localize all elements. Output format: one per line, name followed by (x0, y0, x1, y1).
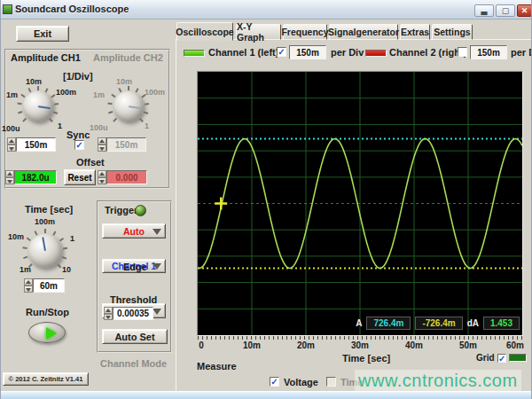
knob-scale-label: 100m (145, 88, 165, 97)
amplitude-ch2-title: Amplitude CH2 (93, 52, 163, 63)
offset-ch1-spinner[interactable] (5, 170, 14, 184)
trigger-title: Trigger (105, 205, 137, 215)
copyright-bar: © 2012 C. Zeitnitz V1.41 (3, 372, 89, 386)
per-div-unit-label: [1/Div] (63, 71, 93, 82)
close-button[interactable]: ✕ (517, 4, 532, 17)
tab-settings[interactable]: Settings (432, 24, 473, 40)
knob-scale-label: 1 (58, 121, 62, 130)
edge-label: Edge (123, 262, 147, 272)
per-div-label: per Div (511, 47, 532, 58)
knob-scale-label: 10m (8, 232, 24, 241)
tab-extras[interactable]: Extras (400, 24, 430, 40)
amplitude-ch1-spinner[interactable] (7, 137, 16, 152)
scope-canvas[interactable] (198, 72, 522, 335)
chevron-down-icon (153, 309, 161, 315)
trigger-mode-dropdown[interactable]: Auto (102, 223, 166, 239)
offset-ch2-spinner[interactable] (98, 170, 106, 184)
time-knob[interactable] (28, 234, 62, 268)
voltage-label: Voltage (284, 377, 318, 387)
knob-scale-label: 100m (35, 217, 55, 226)
amplitude-ch1-title: Amplitude CH1 (11, 52, 81, 63)
tab-xy-graph[interactable]: X-Y Graph (236, 24, 281, 40)
grid-color-swatch (509, 354, 527, 362)
knob-scale-label: 100u (90, 123, 108, 132)
x-axis-ticks (198, 336, 522, 340)
readout-dA-value: 1.453 (483, 317, 520, 330)
channel2-per-div-value[interactable]: 150m (470, 45, 507, 59)
channel1-per-div-value[interactable]: 150m (289, 45, 326, 59)
measure-label: Measure (197, 361, 237, 372)
window-bottom-border (1, 391, 532, 399)
chevron-down-icon (153, 229, 161, 235)
knob-scale-label: 100u (2, 124, 20, 133)
knob-scale-label: 1 (145, 121, 149, 130)
app-icon (3, 4, 12, 14)
knob-scale-label: 10m (116, 77, 132, 86)
watermark: www.cntronics.com (355, 370, 521, 392)
chevron-down-icon (153, 263, 161, 270)
channel2-label: Channel 2 (right) (389, 47, 466, 58)
tab-frequency[interactable]: Frequency (283, 24, 327, 40)
scope-plot[interactable]: A 726.4m -726.4m dA 1.453 (197, 71, 523, 336)
x-tick-label: 30m (342, 340, 378, 350)
threshold-label: Threshold (110, 294, 157, 305)
auto-set-button[interactable]: Auto Set (102, 329, 168, 344)
trigger-led (135, 205, 146, 216)
tab-oscilloscope[interactable]: Oscilloscope (176, 22, 233, 41)
knob-scale-label: 1m (20, 265, 31, 274)
grid-checkbox[interactable]: ✓ (497, 354, 506, 363)
channel1-color-swatch (184, 50, 205, 57)
run-stop-button[interactable] (28, 322, 66, 343)
threshold-spinner[interactable] (104, 307, 113, 320)
knob-scale-label: 100m (56, 88, 76, 97)
knob-scale-label: 1 (70, 234, 74, 243)
title-bar: Soundcard Oszilloscope ▃ ▢ ✕ (1, 0, 532, 20)
window-title: Soundcard Oszilloscope (15, 4, 129, 14)
amplitude-ch2-spinner[interactable] (98, 137, 106, 152)
channel2-color-swatch (365, 50, 387, 57)
x-tick-label: 20m (288, 340, 324, 350)
cursor-readout: A 726.4m -726.4m dA 1.453 (356, 317, 520, 330)
x-axis-title: Time [sec] (342, 353, 390, 364)
readout-upper-value: 726.4m (366, 317, 411, 330)
knob-scale-label: 1m (6, 90, 18, 99)
time-title: Time [sec] (25, 204, 73, 215)
channel-mode-label: Channel Mode (100, 358, 167, 369)
channel1-label: Channel 1 (left) (208, 47, 278, 58)
offset-ch1-value[interactable]: 182.0u (14, 170, 57, 184)
offset-label: Offset (76, 157, 105, 168)
x-tick-label: 60m (497, 340, 532, 350)
tab-signalgenerator[interactable]: Signalgenerator (329, 24, 398, 40)
grid-label: Grid (476, 353, 495, 363)
knob-scale-label: 1m (93, 90, 105, 99)
channel2-checkbox[interactable] (458, 47, 467, 57)
minimize-button[interactable]: ▃ (474, 4, 494, 17)
trigger-mode-value: Auto (123, 226, 145, 237)
time-measure-checkbox[interactable] (326, 377, 336, 387)
channel1-checkbox[interactable]: ✓ (277, 47, 286, 57)
time-value[interactable]: 60m (33, 278, 65, 293)
readout-lower-value: -726.4m (415, 317, 462, 330)
x-tick-label: 40m (396, 340, 432, 350)
exit-button[interactable]: Exit (16, 26, 69, 42)
offset-ch2-value[interactable]: 0.000 (106, 170, 147, 184)
knob-scale-label: 10 (62, 265, 71, 274)
amplitude-ch2-value[interactable]: 150m (106, 137, 146, 152)
amplitude-ch2-knob[interactable] (113, 91, 144, 121)
time-spinner[interactable] (24, 278, 33, 293)
x-tick-label: 50m (450, 340, 486, 350)
readout-dA-label: dA (467, 318, 479, 328)
maximize-button[interactable]: ▢ (496, 4, 515, 17)
sync-checkbox[interactable]: ✓ (74, 140, 84, 150)
voltage-checkbox[interactable]: ✓ (270, 377, 279, 387)
x-tick-label: 0 (184, 340, 219, 350)
run-stop-label: Run/Stop (26, 307, 69, 317)
threshold-value[interactable]: 0.00035 (113, 307, 153, 320)
x-tick-label: 10m (234, 340, 270, 350)
offset-reset-button[interactable]: Reset (64, 169, 96, 185)
amplitude-ch1-value[interactable]: 150m (16, 137, 56, 152)
amplitude-ch1-knob[interactable] (23, 91, 53, 121)
readout-A-label: A (356, 318, 362, 328)
per-div-label: per Div (331, 47, 364, 58)
knob-scale-label: 10m (26, 77, 42, 86)
